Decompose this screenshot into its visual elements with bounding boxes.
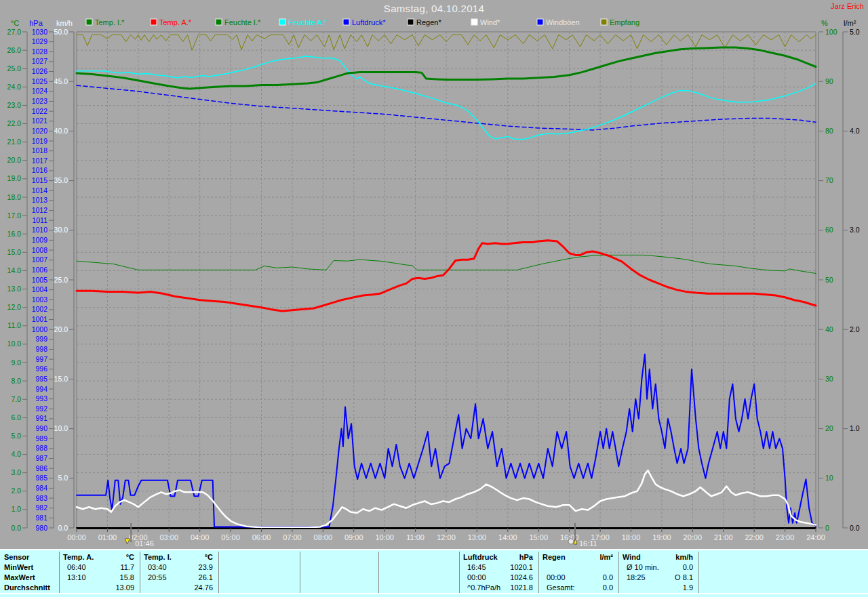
table-column-divider — [459, 552, 460, 593]
x-tick-label: 07:00 — [283, 533, 302, 541]
table-header-Luftdruck: Luftdruck — [463, 553, 511, 562]
y-tick-label-C: 21.0 — [7, 138, 22, 146]
y-tick-label-C: 15.0 — [7, 248, 22, 256]
x-tick-label: 23:00 — [776, 533, 795, 541]
legend-item-label: Luftdruck* — [352, 18, 386, 26]
table-column-divider — [378, 552, 379, 593]
y-tick-label-hPa: 1010 — [32, 226, 48, 234]
y-tick-label-lm2: 5.0 — [850, 28, 860, 36]
y-tick-label-C: 23.0 — [7, 101, 22, 109]
x-tick-label: 18:00 — [622, 533, 641, 541]
y-tick-label-hPa: 1016 — [32, 166, 48, 174]
y-tick-label-kmh: 0.0 — [58, 524, 68, 532]
table-column-divider — [538, 552, 539, 593]
y-tick-label-C: 7.0 — [11, 395, 21, 403]
y-tick-label-kmh: 40.0 — [54, 127, 68, 135]
y-tick-label-hPa: 1000 — [32, 325, 48, 333]
table-row-label: MinWert — [4, 563, 55, 572]
y-tick-label-C: 20.0 — [7, 156, 22, 164]
axis-unit-label-pct: % — [821, 19, 828, 27]
y-tick-label-hPa: 1029 — [32, 37, 48, 45]
y-tick-label-pct: 10 — [825, 474, 833, 482]
y-tick-label-hPa: 1012 — [32, 206, 48, 214]
axis-unit-label-hPa: hPa — [29, 19, 43, 27]
x-tick-label: 24:00 — [806, 533, 825, 541]
y-tick-label-pct: 80 — [825, 127, 833, 135]
y-tick-label-kmh: 20.0 — [54, 325, 68, 333]
y-tick-label-hPa: 986 — [35, 464, 47, 472]
y-tick-label-hPa: 1014 — [32, 186, 48, 194]
y-tick-label-kmh: 35.0 — [54, 176, 68, 184]
y-tick-label-hPa: 1007 — [32, 255, 48, 264]
y-tick-label-hPa: 994 — [35, 385, 47, 393]
y-tick-label-kmh: 30.0 — [54, 226, 68, 234]
marker-time-label: 01:46 — [135, 539, 154, 548]
y-tick-label-hPa: 1011 — [32, 216, 47, 224]
y-tick-label-C: 0.0 — [11, 524, 21, 532]
x-tick-label: 21:00 — [714, 533, 733, 541]
y-tick-label-pct: 30 — [825, 375, 833, 383]
y-tick-label-hPa: 1025 — [32, 77, 48, 85]
sensor-summary-panel: SensorMinWertMaxWertDurchschnittTemp. A.… — [0, 549, 868, 597]
y-tick-label-pct: 20 — [825, 424, 833, 432]
y-tick-label-hPa: 1017 — [32, 157, 48, 165]
x-tick-label: 06:00 — [252, 533, 271, 541]
legend-swatch — [601, 19, 607, 25]
x-tick-label: 00:00 — [67, 533, 86, 541]
y-tick-label-C: 18.0 — [7, 193, 22, 201]
y-tick-label-hPa: 1015 — [32, 176, 48, 184]
y-tick-label-C: 8.0 — [11, 377, 21, 385]
table-unit-label: l/m² — [586, 553, 613, 562]
y-tick-label-hPa: 1026 — [32, 67, 48, 75]
x-tick-label: 04:00 — [191, 533, 210, 541]
y-tick-label-pct: 90 — [825, 77, 833, 85]
legend-item-label: Temp. I.* — [95, 18, 125, 26]
table-cell-value: 11.7 — [102, 563, 134, 572]
y-tick-label-hPa: 1006 — [32, 266, 48, 274]
series-wind — [77, 470, 816, 527]
y-tick-label-hPa: 1003 — [32, 295, 48, 304]
y-tick-label-pct: 100 — [825, 28, 837, 36]
y-tick-label-C: 24.0 — [7, 83, 22, 91]
y-tick-label-lm2: 0.0 — [850, 524, 860, 532]
table-column-divider — [300, 552, 300, 593]
y-tick-label-C: 17.0 — [7, 211, 22, 220]
series-luftdruck — [77, 85, 816, 130]
y-tick-label-hPa: 985 — [35, 474, 47, 482]
x-tick-label: 12:00 — [437, 533, 456, 541]
y-tick-label-C: 26.0 — [7, 46, 22, 54]
legend-swatch — [537, 19, 543, 25]
moonset-marker-icon — [125, 539, 130, 544]
legend-item-label: Temp. A.* — [159, 18, 192, 26]
table-header-Temp. A.: Temp. A. — [63, 553, 111, 562]
y-tick-label-hPa: 1009 — [32, 236, 48, 244]
y-tick-label-C: 4.0 — [11, 450, 21, 458]
x-tick-label: 19:00 — [652, 533, 671, 541]
y-tick-label-hPa: 993 — [35, 394, 47, 403]
table-header-Wind: Wind — [623, 553, 671, 562]
y-tick-label-C: 10.0 — [7, 339, 22, 348]
y-tick-label-hPa: 982 — [35, 503, 47, 512]
y-tick-label-hPa: 980 — [35, 524, 47, 532]
legend-swatch — [408, 19, 414, 25]
y-tick-label-C: 16.0 — [7, 230, 22, 238]
x-tick-label: 20:00 — [684, 533, 703, 541]
table-cell-value: O 8.1 — [660, 573, 693, 582]
y-tick-label-C: 6.0 — [11, 413, 21, 421]
y-tick-label-kmh: 15.0 — [54, 375, 68, 383]
table-unit-label: °C — [107, 553, 134, 562]
y-tick-label-pct: 70 — [825, 176, 833, 184]
y-tick-label-pct: 50 — [825, 276, 833, 284]
y-tick-label-kmh: 5.0 — [58, 474, 68, 482]
y-tick-label-C: 19.0 — [7, 174, 22, 182]
x-tick-label: 10:00 — [375, 533, 394, 541]
x-tick-label: 01:00 — [98, 533, 117, 541]
y-tick-label-C: 11.0 — [7, 321, 21, 329]
table-unit-label: km/h — [666, 553, 693, 562]
legend-swatch — [471, 19, 477, 25]
table-cell-value: 24.76 — [180, 583, 213, 592]
y-tick-label-lm2: 3.0 — [850, 226, 860, 234]
legend-swatch — [151, 19, 157, 25]
table-cell-value: 1020.1 — [500, 563, 533, 572]
y-tick-label-hPa: 996 — [35, 365, 47, 373]
